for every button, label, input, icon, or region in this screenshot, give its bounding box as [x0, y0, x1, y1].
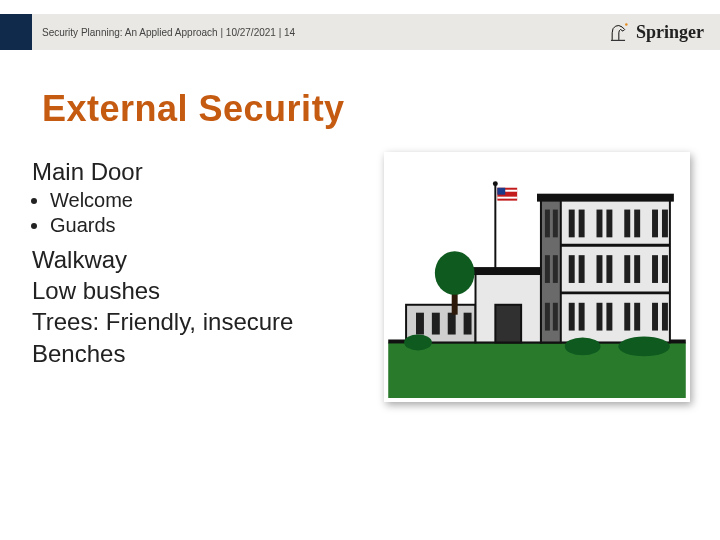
- building-illustration: [388, 156, 686, 398]
- svg-rect-53: [505, 190, 517, 192]
- svg-rect-21: [569, 255, 575, 283]
- svg-rect-25: [624, 255, 630, 283]
- list-item: Guards: [50, 213, 372, 238]
- svg-rect-30: [579, 303, 585, 331]
- svg-rect-42: [553, 303, 558, 331]
- svg-rect-9: [541, 200, 561, 343]
- svg-rect-10: [537, 194, 674, 202]
- svg-rect-22: [579, 255, 585, 283]
- svg-rect-41: [545, 303, 550, 331]
- body-line: Low bushes: [32, 275, 372, 306]
- svg-rect-37: [545, 210, 550, 238]
- svg-rect-14: [579, 210, 585, 238]
- svg-point-55: [404, 335, 432, 351]
- svg-rect-20: [662, 210, 668, 238]
- svg-rect-28: [662, 255, 668, 283]
- svg-rect-54: [497, 197, 517, 199]
- header-accent-block: [0, 14, 32, 50]
- svg-rect-46: [464, 313, 472, 335]
- svg-rect-38: [553, 210, 558, 238]
- svg-rect-44: [432, 313, 440, 335]
- slide: Security Planning: An Applied Approach |…: [0, 0, 720, 540]
- list-item: Welcome: [50, 188, 372, 213]
- svg-rect-7: [472, 267, 545, 275]
- svg-rect-17: [624, 210, 630, 238]
- svg-rect-23: [597, 255, 603, 283]
- svg-rect-45: [448, 313, 456, 335]
- svg-rect-26: [634, 255, 640, 283]
- svg-point-0: [625, 23, 628, 26]
- header-bar: Security Planning: An Applied Approach |…: [0, 14, 720, 50]
- body-content: Main Door Welcome Guards Walkway Low bus…: [32, 158, 372, 369]
- svg-rect-31: [597, 303, 603, 331]
- svg-rect-15: [597, 210, 603, 238]
- svg-rect-33: [624, 303, 630, 331]
- svg-rect-36: [662, 303, 668, 331]
- svg-rect-6: [495, 305, 521, 343]
- svg-rect-52: [497, 188, 505, 195]
- svg-rect-16: [606, 210, 612, 238]
- body-line: Trees: Friendly, insecure: [32, 306, 372, 337]
- svg-rect-35: [652, 303, 658, 331]
- bullet-list: Welcome Guards: [50, 188, 372, 238]
- svg-rect-18: [634, 210, 640, 238]
- svg-rect-40: [553, 255, 558, 283]
- svg-rect-32: [606, 303, 612, 331]
- svg-rect-34: [634, 303, 640, 331]
- subhead-main-door: Main Door: [32, 158, 372, 186]
- svg-rect-13: [569, 210, 575, 238]
- svg-point-50: [493, 181, 498, 186]
- springer-horse-icon: [608, 21, 628, 43]
- svg-point-57: [618, 337, 670, 357]
- breadcrumb: Security Planning: An Applied Approach |…: [42, 27, 295, 38]
- svg-rect-39: [545, 255, 550, 283]
- svg-rect-24: [606, 255, 612, 283]
- svg-rect-27: [652, 255, 658, 283]
- body-line: Walkway: [32, 244, 372, 275]
- slide-title: External Security: [42, 88, 345, 130]
- brand-name: Springer: [636, 22, 704, 43]
- body-line: Benches: [32, 338, 372, 369]
- illustration-frame: [384, 152, 690, 402]
- svg-rect-29: [569, 303, 575, 331]
- svg-point-56: [565, 338, 601, 356]
- svg-point-48: [435, 251, 475, 295]
- brand: Springer: [608, 21, 704, 43]
- header-strip: Security Planning: An Applied Approach |…: [32, 14, 720, 50]
- svg-rect-19: [652, 210, 658, 238]
- svg-rect-43: [416, 313, 424, 335]
